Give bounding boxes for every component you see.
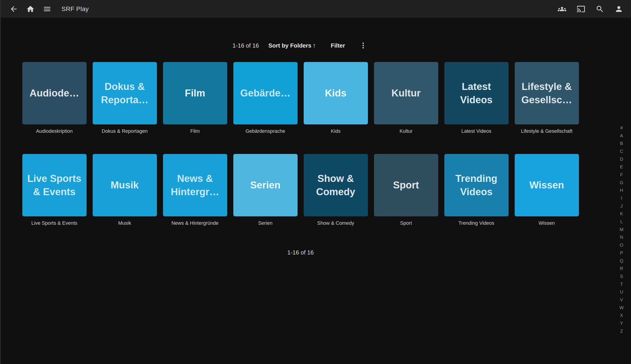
alphabet-letter[interactable]: Q [618, 257, 626, 265]
filter-button[interactable]: Filter [328, 41, 348, 50]
library-item: Live Sports & Events Live Sports & Event… [22, 154, 86, 226]
tile-caption: News & Hintergründe [163, 220, 227, 226]
list-header: 1-16 of 16 Sort by Folders ↑ Filter [1, 40, 600, 51]
footer-item-count: 1-16 of 16 [1, 249, 600, 256]
alphabet-letter[interactable]: D [618, 155, 626, 163]
overflow-menu-icon [359, 42, 367, 49]
tile-title: Show & Comedy [308, 172, 364, 198]
tile-card[interactable]: Dokus & Reporta… [93, 62, 157, 124]
sort-button-label: Sort by Folders [268, 42, 311, 49]
alphabet-letter[interactable]: B [618, 140, 626, 148]
sort-button[interactable]: Sort by Folders ↑ [266, 40, 318, 50]
alphabet-letter[interactable]: C [618, 148, 626, 155]
tile-card[interactable]: Audiode… [22, 62, 86, 124]
alphabet-letter[interactable]: # [618, 124, 626, 132]
alphabet-letter[interactable]: M [618, 226, 626, 234]
alphabet-letter[interactable]: Y [618, 319, 626, 327]
alphabet-letter[interactable]: O [618, 241, 626, 249]
alphabet-picker: #ABCDEFGHIJKLMNOPQRSTUVWXYZ [618, 124, 626, 335]
alphabet-letter[interactable]: F [618, 171, 626, 179]
alphabet-letter[interactable]: T [618, 280, 626, 288]
tile-caption: Trending Videos [444, 220, 508, 226]
library-item: Kids Kids [304, 62, 368, 134]
library-item: Film Film [163, 62, 227, 134]
tile-card[interactable]: News & Hintergr… [163, 154, 227, 216]
tile-card[interactable]: Kultur [374, 62, 438, 124]
alphabet-letter[interactable]: Z [618, 327, 626, 335]
alphabet-letter[interactable]: G [618, 179, 626, 186]
alphabet-letter[interactable]: L [618, 218, 626, 226]
alphabet-letter[interactable]: U [618, 288, 626, 296]
tile-card[interactable]: Film [163, 62, 227, 124]
tile-card[interactable]: Live Sports & Events [22, 154, 86, 216]
user-button[interactable] [614, 4, 624, 14]
library-content: 1-16 of 16 Sort by Folders ↑ Filter Audi… [1, 40, 600, 256]
tile-title: Wissen [529, 178, 564, 192]
tile-card[interactable]: Lifestyle & Gesellsc… [515, 62, 579, 124]
tile-caption: Gebärdensprache [233, 128, 298, 134]
toolbar-right-group [548, 4, 624, 14]
tile-title: Live Sports & Events [27, 172, 82, 198]
alphabet-letter[interactable]: E [618, 163, 626, 171]
alphabet-letter[interactable]: K [618, 210, 626, 218]
library-item: Trending Videos Trending Videos [444, 154, 508, 226]
alphabet-letter[interactable]: R [618, 264, 626, 272]
back-button[interactable] [8, 4, 19, 14]
syncplay-groups-icon [558, 5, 566, 13]
tile-caption: Kids [304, 128, 368, 134]
home-button[interactable] [25, 4, 36, 14]
tile-title: News & Hintergr… [168, 172, 223, 198]
app-toolbar: SRF Play [1, 0, 631, 18]
alphabet-letter[interactable]: S [618, 272, 626, 280]
alphabet-letter[interactable]: V [618, 296, 626, 304]
cast-icon [577, 5, 585, 13]
tile-caption: Lifestyle & Gesellschaft [515, 128, 579, 134]
tile-card[interactable]: Wissen [515, 154, 579, 216]
tile-title: Dokus & Reporta… [97, 80, 152, 106]
tile-caption: Film [163, 128, 227, 134]
alphabet-letter[interactable]: P [618, 249, 626, 257]
user-icon [614, 5, 623, 13]
search-button[interactable] [594, 4, 605, 14]
tile-caption: Musik [93, 220, 157, 226]
tile-caption: Show & Comedy [304, 220, 368, 226]
library-item: Audiode… Audiodeskription [22, 62, 86, 134]
tile-title: Serien [250, 178, 281, 192]
alphabet-letter[interactable]: A [618, 132, 626, 140]
tile-caption: Sport [374, 220, 438, 226]
tile-card[interactable]: Gebärde… [233, 62, 298, 124]
menu-button[interactable] [42, 4, 52, 14]
alphabet-letter[interactable]: J [618, 202, 626, 210]
tile-card[interactable]: Serien [233, 154, 298, 216]
alphabet-letter[interactable]: I [618, 194, 626, 202]
tile-title: Film [185, 86, 205, 100]
overflow-menu-button[interactable] [358, 40, 368, 51]
tile-card[interactable]: Kids [304, 62, 368, 124]
library-item: Latest Videos Latest Videos [444, 62, 508, 134]
alphabet-letter[interactable]: N [618, 234, 626, 242]
tile-title: Trending Videos [449, 172, 504, 198]
tile-card[interactable]: Latest Videos [444, 62, 508, 124]
tile-card[interactable]: Show & Comedy [304, 154, 368, 216]
library-item: News & Hintergr… News & Hintergründe [163, 154, 227, 226]
alphabet-letter[interactable]: W [618, 304, 626, 312]
library-item: Gebärde… Gebärdensprache [233, 62, 298, 134]
tile-caption: Live Sports & Events [22, 220, 86, 226]
tile-title: Audiode… [30, 86, 79, 100]
library-item: Serien Serien [233, 154, 298, 226]
syncplay-button[interactable] [556, 4, 568, 14]
tile-card[interactable]: Musik [93, 154, 157, 216]
tile-caption: Kultur [374, 128, 438, 134]
tile-card[interactable]: Trending Videos [444, 154, 508, 216]
tile-card[interactable]: Sport [374, 154, 438, 216]
tile-title: Sport [393, 178, 419, 192]
search-icon [596, 5, 604, 13]
tile-title: Musik [111, 178, 139, 192]
sort-ascending-icon: ↑ [313, 42, 316, 49]
library-item: Kultur Kultur [374, 62, 438, 134]
cast-button[interactable] [576, 4, 586, 14]
library-grid: Audiode… Audiodeskription Dokus & Report… [1, 62, 600, 226]
library-item: Lifestyle & Gesellsc… Lifestyle & Gesell… [515, 62, 579, 134]
alphabet-letter[interactable]: X [618, 312, 626, 320]
alphabet-letter[interactable]: H [618, 186, 626, 194]
